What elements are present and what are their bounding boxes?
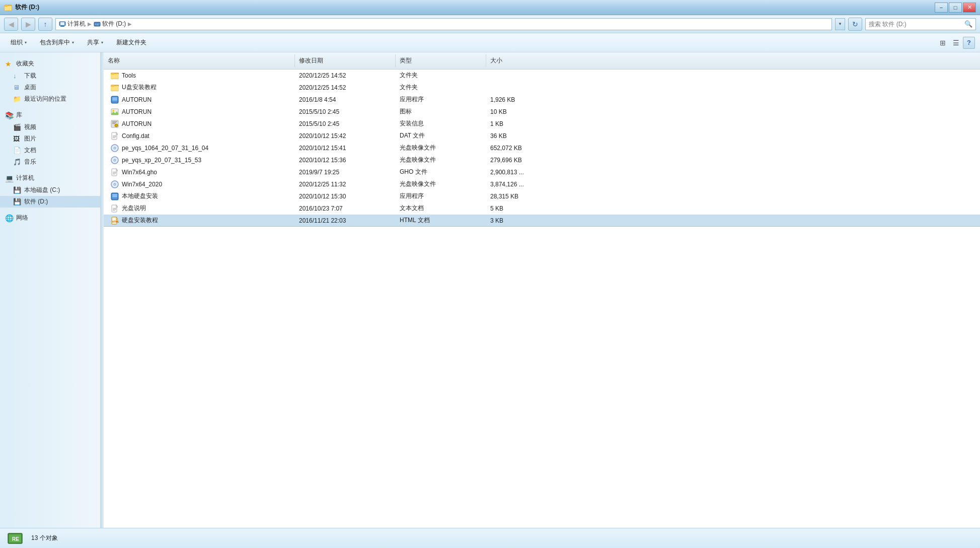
sidebar-item-recent[interactable]: 📁 最近访问的位置: [0, 93, 100, 105]
music-label: 音乐: [24, 158, 36, 166]
file-type: HTML 文档: [396, 215, 486, 226]
table-row[interactable]: Win7x64_2020 2020/12/25 11:32 光盘映像文件 3,8…: [104, 178, 980, 190]
svg-rect-16: [111, 85, 114, 87]
file-type: 光盘映像文件: [396, 179, 486, 189]
file-type-icon: [111, 120, 119, 128]
breadcrumb-drive[interactable]: 软件 (D:): [94, 20, 126, 28]
sidebar-item-document[interactable]: 📄 文档: [0, 145, 100, 156]
sidebar-item-image[interactable]: 🖼 图片: [0, 133, 100, 145]
include-library-button[interactable]: 包含到库中 ▾: [34, 36, 80, 50]
table-row[interactable]: Win7x64.gho 2019/9/7 19:25 GHO 文件 2,900,…: [104, 166, 980, 178]
file-type-icon: [111, 96, 119, 104]
col-type[interactable]: 类型: [396, 54, 486, 67]
status-count: 13 个对象: [31, 534, 58, 542]
svg-rect-39: [113, 173, 116, 173]
library-group[interactable]: 📚 库: [0, 109, 100, 121]
organize-button[interactable]: 组织 ▾: [5, 36, 32, 50]
col-size[interactable]: 大小: [486, 54, 547, 67]
breadcrumb-computer[interactable]: 计算机: [59, 20, 86, 28]
refresh-button[interactable]: ↻: [848, 18, 862, 31]
table-row[interactable]: HTML 硬盘安装教程 2016/11/21 22:03 HTML 文档 3 K…: [104, 215, 980, 227]
table-row[interactable]: AUTORUN 2015/5/10 2:45 安装信息 1 KB: [104, 118, 980, 130]
up-button[interactable]: ↑: [38, 18, 52, 31]
sidebar-item-music[interactable]: 🎵 音乐: [0, 156, 100, 168]
breadcrumb-drive-label[interactable]: 软件 (D:): [102, 20, 126, 28]
address-dropdown[interactable]: ▼: [835, 18, 845, 30]
table-row[interactable]: 本地硬盘安装 2020/10/12 15:30 应用程序 28,315 KB: [104, 190, 980, 202]
file-type: DAT 文件: [396, 130, 486, 141]
new-folder-button[interactable]: 新建文件夹: [111, 36, 152, 50]
toolbar: 组织 ▾ 包含到库中 ▾ 共享 ▾ 新建文件夹 ⊞ ☰ ?: [0, 33, 980, 52]
network-group[interactable]: 🌐 网络: [0, 212, 100, 224]
file-type-icon: HTML: [111, 217, 119, 225]
file-size: 5 KB: [486, 204, 547, 213]
svg-rect-49: [113, 209, 116, 210]
file-type-icon: [111, 180, 119, 188]
table-row[interactable]: Tools 2020/12/25 14:52 文件夹: [104, 70, 980, 82]
file-name: Win7x64.gho: [122, 169, 157, 176]
sidebar-item-soft-d[interactable]: 💾 软件 (D:): [0, 196, 100, 208]
table-row[interactable]: Config.dat 2020/10/12 15:42 DAT 文件 36 KB: [104, 130, 980, 142]
file-size: [486, 87, 547, 89]
file-size: 1 KB: [486, 119, 547, 128]
computer-small-icon: [59, 21, 66, 28]
table-row[interactable]: AUTORUN 2016/1/8 4:54 应用程序 1,926 KB: [104, 94, 980, 106]
col-modified[interactable]: 修改日期: [295, 54, 396, 67]
file-name-cell: pe_yqs_xp_20_07_31_15_53: [104, 155, 295, 165]
file-name: Win7x64_2020: [122, 181, 162, 188]
file-name: Config.dat: [122, 132, 149, 140]
col-name[interactable]: 名称: [104, 54, 295, 67]
svg-rect-29: [113, 136, 116, 137]
svg-point-33: [114, 148, 115, 149]
sidebar-item-local-c[interactable]: 💾 本地磁盘 (C:): [0, 184, 100, 196]
file-size: 3,874,126 ...: [486, 180, 547, 189]
file-name-cell: AUTORUN: [104, 95, 295, 105]
table-row[interactable]: 光盘说明 2016/10/23 7:07 文本文档 5 KB: [104, 202, 980, 215]
file-type: 文件夹: [396, 70, 486, 81]
file-type-icon: [111, 108, 119, 116]
view-list-button[interactable]: ☰: [950, 37, 962, 49]
file-modified: 2020/12/25 14:52: [295, 71, 396, 80]
breadcrumb-computer-label[interactable]: 计算机: [67, 20, 86, 28]
sidebar-item-video[interactable]: 🎬 视频: [0, 121, 100, 133]
status-bar: RE 13 个对象: [0, 528, 980, 548]
file-name-cell: U盘安装教程: [104, 82, 295, 93]
file-type-icon: [111, 192, 119, 200]
title-bar: 软件 (D:) − □ ✕: [0, 0, 980, 15]
file-name-cell: 光盘说明: [104, 203, 295, 214]
share-label: 共享: [87, 38, 99, 47]
svg-rect-19: [112, 101, 117, 102]
sidebar-item-desktop[interactable]: 🖥 桌面: [0, 82, 100, 93]
breadcrumb-sep-2: ▶: [128, 21, 132, 27]
table-row[interactable]: AUTORUN 2015/5/10 2:45 图标 10 KB: [104, 106, 980, 118]
share-button[interactable]: 共享 ▾: [82, 36, 109, 50]
file-type-icon: [111, 156, 119, 164]
local-c-icon: 💾: [13, 186, 21, 194]
search-input[interactable]: [869, 21, 962, 28]
svg-rect-50: [113, 210, 115, 211]
table-row[interactable]: pe_yqs_1064_20_07_31_16_04 2020/10/12 15…: [104, 142, 980, 154]
maximize-button[interactable]: □: [949, 3, 962, 13]
favorites-group[interactable]: ★ 收藏夹: [0, 57, 100, 70]
file-size: [486, 75, 547, 77]
svg-rect-45: [112, 194, 117, 197]
file-name-cell: 本地硬盘安装: [104, 191, 295, 201]
minimize-button[interactable]: −: [935, 3, 948, 13]
search-icon[interactable]: 🔍: [964, 20, 972, 28]
document-label: 文档: [24, 146, 36, 155]
new-folder-label: 新建文件夹: [116, 38, 146, 47]
svg-rect-4: [60, 22, 64, 25]
table-row[interactable]: pe_yqs_xp_20_07_31_15_53 2020/10/12 15:3…: [104, 154, 980, 166]
table-row[interactable]: U盘安装教程 2020/12/25 14:52 文件夹: [104, 82, 980, 94]
view-toggle-button[interactable]: ⊞: [937, 37, 949, 49]
svg-rect-46: [112, 198, 117, 199]
back-button[interactable]: ◀: [4, 18, 18, 31]
computer-group[interactable]: 💻 计算机: [0, 172, 100, 184]
help-button[interactable]: ?: [963, 37, 975, 49]
forward-button[interactable]: ▶: [21, 18, 35, 31]
file-size: 10 KB: [486, 107, 547, 116]
file-modified: 2016/1/8 4:54: [295, 95, 396, 104]
file-size: 28,315 KB: [486, 192, 547, 201]
sidebar-item-download[interactable]: ↓ 下载: [0, 70, 100, 82]
close-button[interactable]: ✕: [963, 3, 976, 13]
